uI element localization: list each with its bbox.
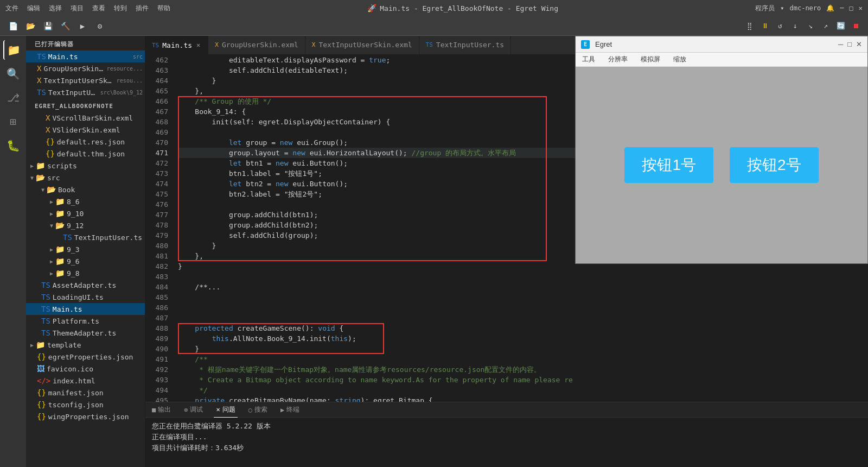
ts-icon: TS xyxy=(37,52,46,61)
bottom-tab-search[interactable]: ○ 搜索 xyxy=(246,402,270,418)
sidebar-item-main-ts[interactable]: TS Main.ts xyxy=(26,303,145,315)
folder-icon: 📁 xyxy=(55,257,65,266)
menu-project[interactable]: 项目 xyxy=(71,4,84,13)
debug-pause-button[interactable]: ⏸ xyxy=(758,20,771,33)
debug-label: 调试 xyxy=(190,405,203,414)
egret-maximize[interactable]: □ xyxy=(847,40,852,48)
menu-select[interactable]: 选择 xyxy=(49,4,62,13)
sidebar-item-template[interactable]: ▶ 📁 template xyxy=(26,339,145,351)
sidebar-item-index-html[interactable]: </> index.html xyxy=(26,375,145,387)
sidebar-item-wingprops[interactable]: {} wingProperties.json xyxy=(26,411,145,422)
sidebar-item-manifest[interactable]: {} manifest.json xyxy=(26,387,145,399)
debug-grid-button[interactable]: ⣿ xyxy=(743,20,756,33)
egret-menu-resolution[interactable]: 分辨率 xyxy=(606,54,630,65)
open-file-main-ts[interactable]: TS Main.ts src xyxy=(26,51,145,62)
menu-plugin[interactable]: 插件 xyxy=(136,4,149,13)
menu-bar[interactable]: 文件 编辑 选择 项目 查看 转到 插件 帮助 xyxy=(5,4,170,13)
ts-icon: TS xyxy=(41,317,50,325)
egret-close[interactable]: ✕ xyxy=(856,40,862,48)
notification-icon[interactable]: 🔔 xyxy=(826,4,834,12)
sidebar-item-9-6[interactable]: ▶ 📁 9_6 xyxy=(26,255,145,267)
egret-menu-tools[interactable]: 工具 xyxy=(580,54,597,65)
tab-textinputskin[interactable]: X TextInputUserSkin.exml xyxy=(305,36,419,54)
extensions-icon[interactable]: ⊞ xyxy=(3,112,23,131)
save-all-button[interactable]: 💾 xyxy=(40,18,55,34)
sidebar-item-default-thm[interactable]: {} default.thm.json xyxy=(26,148,145,160)
ts-icon: TS xyxy=(41,329,50,337)
debug-step-into-button[interactable]: ↘ xyxy=(804,20,817,33)
sidebar-item-src[interactable]: ▼ 📂 src xyxy=(26,172,145,184)
open-file-button[interactable]: 📂 xyxy=(23,18,38,34)
tab-close-button[interactable]: ✕ xyxy=(195,41,201,49)
sidebar-item-9-12[interactable]: ▼ 📂 9_12 xyxy=(26,219,145,231)
egret-button-2[interactable]: 按钮2号 xyxy=(730,147,819,183)
sidebar-item-egretprops[interactable]: {} egretProperties.json xyxy=(26,351,145,363)
menu-file[interactable]: 文件 xyxy=(5,4,18,13)
egret-minimize[interactable]: ─ xyxy=(838,40,843,48)
sidebar-item-9-8[interactable]: ▶ 📁 9_8 xyxy=(26,267,145,279)
sidebar-item-9-10[interactable]: ▶ 📁 9_10 xyxy=(26,207,145,219)
open-file-badge: src xyxy=(133,54,143,60)
egret-button-1[interactable]: 按钮1号 xyxy=(624,147,713,183)
sidebar-item-8-6[interactable]: ▶ 📁 8_6 xyxy=(26,195,145,207)
egret-window-controls[interactable]: ─ □ ✕ xyxy=(838,40,862,48)
debug-step-out-button[interactable]: ↗ xyxy=(819,20,832,33)
bottom-tab-output[interactable]: ■ 输出 xyxy=(150,402,173,418)
sidebar-item-platform[interactable]: TS Platform.ts xyxy=(26,315,145,327)
bottom-tab-debug[interactable]: ⊗ 调试 xyxy=(182,402,205,418)
sidebar-item-favicon[interactable]: 🖼 favicon.ico xyxy=(26,363,145,375)
line-number: 484 xyxy=(145,282,168,292)
ts-icon: TS xyxy=(41,281,50,289)
egret-menu-screen[interactable]: 模拟屏 xyxy=(639,54,662,65)
tab-main-ts[interactable]: TS Main.ts ✕ xyxy=(145,36,208,54)
menu-view[interactable]: 查看 xyxy=(92,4,105,13)
sidebar-item-book[interactable]: ▼ 📂 Book xyxy=(26,184,145,195)
new-file-button[interactable]: 📄 xyxy=(5,18,21,34)
sidebar-item-assetadapter[interactable]: TS AssetAdapter.ts xyxy=(26,279,145,291)
json-icon: {} xyxy=(46,149,55,158)
source-control-icon[interactable]: ⎇ xyxy=(3,88,23,108)
bottom-tab-problems[interactable]: ✕ 问题 xyxy=(214,402,237,418)
open-file-badge: resou... xyxy=(117,78,143,84)
close-button[interactable]: ✕ xyxy=(859,4,863,12)
tab-textinputuser[interactable]: TS TextInputUser.ts xyxy=(419,36,511,54)
open-file-groupuser[interactable]: X GroupUserSkin.exml resource... xyxy=(26,62,145,74)
search-icon[interactable]: 🔍 xyxy=(3,64,23,84)
open-file-textinput[interactable]: TS TextInputUser.ts src\Book\9_12 xyxy=(26,86,145,98)
line-number: 473 xyxy=(145,168,168,179)
tab-groupuser[interactable]: X GroupUserSkin.exml xyxy=(208,36,305,54)
debug-step-over-button[interactable]: ↓ xyxy=(789,20,802,33)
sidebar-item-textinput-ts[interactable]: TS TextInputUser.ts xyxy=(26,231,145,243)
run-button[interactable]: ▶ xyxy=(75,18,90,34)
sidebar-item-themeadapter[interactable]: TS ThemeAdapter.ts xyxy=(26,327,145,339)
line-number: 483 xyxy=(145,272,168,282)
build-button[interactable]: 🔨 xyxy=(58,18,73,34)
debug-restart-button[interactable]: 🔄 xyxy=(834,20,847,33)
chevron-right-icon: ▶ xyxy=(50,258,53,264)
menu-edit[interactable]: 编辑 xyxy=(27,4,40,13)
sidebar-item-tsconfig[interactable]: {} tsconfig.json xyxy=(26,399,145,411)
role-dropdown[interactable]: ▾ xyxy=(780,4,784,12)
sidebar-item-default-res[interactable]: {} default.res.json xyxy=(26,136,145,148)
bottom-tab-terminal[interactable]: ▶ 终端 xyxy=(278,402,302,418)
titlebar: 文件 编辑 选择 项目 查看 转到 插件 帮助 🚀 Main.ts - Egre… xyxy=(0,0,868,16)
sidebar-item-scripts[interactable]: ▶ 📁 scripts xyxy=(26,160,145,172)
window-controls[interactable]: 程序员 ▾ dmc-nero 🔔 ─ □ ✕ xyxy=(755,4,863,13)
menu-help[interactable]: 帮助 xyxy=(157,4,170,13)
egret-menu-zoom[interactable]: 缩放 xyxy=(671,54,688,65)
debug-stop-button[interactable]: ⏹ xyxy=(850,20,863,33)
debug-icon[interactable]: 🐛 xyxy=(3,136,23,155)
menu-goto[interactable]: 转到 xyxy=(114,4,127,13)
json-icon: {} xyxy=(37,388,46,397)
sidebar-item-vslider[interactable]: X VSliderSkin.exml xyxy=(26,124,145,136)
sidebar-item-vscrollbar[interactable]: X VScrollBarSkin.exml xyxy=(26,112,145,124)
open-file-textinputskin[interactable]: X TextInputUserSkin.exml resou... xyxy=(26,74,145,86)
sidebar-item-9-3[interactable]: ▶ 📁 9_3 xyxy=(26,243,145,255)
maximize-button[interactable]: □ xyxy=(850,4,853,12)
debug-refresh-button[interactable]: ↺ xyxy=(774,20,787,33)
sidebar-item-loadingui[interactable]: TS LoadingUI.ts xyxy=(26,291,145,303)
explorer-icon[interactable]: 📁 xyxy=(3,40,23,60)
minimize-button[interactable]: ─ xyxy=(840,4,844,12)
settings-button[interactable]: ⚙ xyxy=(92,18,107,34)
user-name: dmc-nero xyxy=(790,4,821,12)
